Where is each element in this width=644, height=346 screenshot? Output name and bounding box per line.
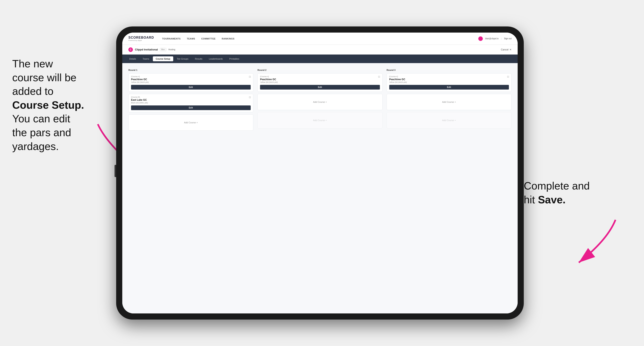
round-3-title: Round 3 [386, 69, 512, 71]
round-1-title: Round 1 [128, 69, 253, 71]
round1-course-b-details: Black (M) (6891 yds) [131, 102, 251, 104]
nav-avatar [478, 36, 483, 41]
round2-course-a-label: (Course A) [260, 75, 380, 78]
annotation-line3: added to [12, 85, 54, 97]
top-nav: SCOREBOARD Powered by clippd TOURNAMENTS… [122, 32, 518, 45]
nav-separator: | [501, 37, 502, 40]
tournament-badge: Men [160, 48, 166, 51]
round1-course-b-name: East Lake GC [131, 99, 251, 101]
annotation-line5: the pars and [12, 127, 71, 138]
round3-course-a-label: (Course A) [389, 75, 509, 78]
annotation-right-line2: hit [524, 194, 538, 205]
round1-course-a-card: ⊡ (Course A) Peachtree GC Yellow (M) (66… [128, 73, 253, 92]
round2-add-course-card-disabled: Add Course + [258, 112, 382, 128]
annotation-line2: course will be [12, 72, 76, 83]
round1-course-b-card: ⊡ (Course B) East Lake GC Black (M) (689… [128, 94, 253, 112]
cancel-label: Cancel [501, 48, 508, 51]
round3-add-course-card-disabled: Add Course + [386, 112, 512, 128]
round2-add-course-card[interactable]: Add Course + [258, 94, 382, 110]
round1-course-b-edit-button[interactable]: Edit [131, 105, 251, 110]
annotation-bold: Course Setup. [12, 99, 84, 111]
nav-right: blair@clippd.io | Sign out [478, 36, 512, 41]
round1-course-a-name: Peachtree GC [131, 78, 251, 81]
round-1-column: Round 1 ⊡ (Course A) Peachtree GC Yellow… [128, 69, 253, 133]
tabs-bar: Details Teams Course Setup Tee Groups Re… [122, 54, 518, 63]
nav-link-committee[interactable]: COMMITTEE [201, 37, 216, 41]
tab-results[interactable]: Results [192, 56, 205, 61]
tournament-name: Clippd Invitational [135, 48, 158, 51]
round3-add-course-text-disabled: Add Course + [442, 119, 456, 122]
nav-link-rankings[interactable]: RANKINGS [222, 37, 234, 41]
right-annotation: Complete and hit Save. [524, 179, 601, 207]
round2-course-a-delete-icon[interactable]: ⊡ [378, 75, 381, 78]
round1-course-a-delete-icon[interactable]: ⊡ [248, 75, 252, 78]
logo-main: SCOREBOARD [128, 36, 154, 39]
round2-course-a-name: Peachtree GC [260, 78, 380, 81]
tournament-header: C Clippd Invitational Men Hosting Cancel… [122, 45, 518, 54]
hosting-badge: Hosting [168, 48, 175, 51]
tab-course-setup[interactable]: Course Setup [153, 56, 173, 61]
right-arrow [562, 216, 628, 269]
round2-add-course-text-disabled: Add Course + [313, 119, 327, 122]
round1-course-a-edit-button[interactable]: Edit [131, 85, 251, 90]
annotation-right-bold: Save. [538, 194, 566, 205]
tablet-shell: SCOREBOARD Powered by clippd TOURNAMENTS… [116, 26, 524, 320]
round2-course-a-card: ⊡ (Course A) Peachtree GC Yellow (M) (66… [258, 73, 382, 92]
main-content: Round 1 ⊡ (Course A) Peachtree GC Yellow… [122, 63, 518, 314]
round1-course-a-label: (Course A) [131, 75, 251, 78]
tab-leaderboards[interactable]: Leaderboards [206, 56, 226, 61]
round1-course-b-label: (Course B) [131, 96, 251, 98]
round3-course-a-card: ⊡ (Course A) Peachtree GC Yellow (M) (66… [386, 73, 512, 92]
round3-course-a-delete-icon[interactable]: ⊡ [506, 75, 510, 78]
nav-link-teams[interactable]: TEAMS [187, 37, 195, 41]
close-icon: ✕ [510, 48, 512, 51]
round1-add-course-card[interactable]: Add Course + [128, 114, 253, 131]
round3-course-a-details: Yellow (M) (6629 yds) [389, 81, 509, 83]
round1-add-course-text: Add Course + [184, 121, 198, 124]
tab-details[interactable]: Details [126, 56, 139, 61]
tab-tee-groups[interactable]: Tee Groups [174, 56, 191, 61]
round-3-column: Round 3 ⊡ (Course A) Peachtree GC Yellow… [386, 69, 512, 133]
scoreboard-logo: SCOREBOARD Powered by clippd [128, 36, 154, 41]
round3-add-course-card[interactable]: Add Course + [386, 94, 512, 110]
round-2-column: Round 2 ⊡ (Course A) Peachtree GC Yellow… [258, 69, 382, 133]
annotation-line1: The new [12, 58, 53, 70]
tab-teams[interactable]: Teams [140, 56, 152, 61]
left-annotation: The new course will be added to Course S… [12, 57, 90, 153]
logo-sub: Powered by clippd [128, 39, 154, 41]
round2-add-course-text: Add Course + [313, 101, 327, 103]
round3-course-a-name: Peachtree GC [389, 78, 509, 81]
clippd-logo: C [128, 47, 133, 52]
cancel-button[interactable]: Cancel ✕ [501, 48, 512, 51]
sign-out-link[interactable]: Sign out [504, 37, 512, 40]
round2-course-a-details: Yellow (M) (6629 yds) [260, 81, 380, 83]
round1-course-b-delete-icon[interactable]: ⊡ [248, 96, 252, 99]
round3-course-a-edit-button[interactable]: Edit [389, 85, 509, 90]
nav-email: blair@clippd.io [485, 37, 499, 40]
nav-link-tournaments[interactable]: TOURNAMENTS [162, 37, 181, 41]
nav-links: TOURNAMENTS TEAMS COMMITTEE RANKINGS [162, 37, 478, 41]
round1-course-a-details: Yellow (M) (6629 yds) [131, 81, 251, 83]
annotation-right-line1: Complete and [524, 180, 590, 192]
round-2-title: Round 2 [258, 69, 382, 71]
tab-printables[interactable]: Printables [226, 56, 242, 61]
round3-add-course-text: Add Course + [442, 101, 456, 103]
tablet-screen: SCOREBOARD Powered by clippd TOURNAMENTS… [122, 32, 518, 314]
tablet-side-button [114, 165, 116, 177]
annotation-line6: yardages. [12, 141, 59, 152]
rounds-grid: Round 1 ⊡ (Course A) Peachtree GC Yellow… [128, 69, 512, 133]
tournament-left: C Clippd Invitational Men Hosting [128, 47, 175, 52]
round2-course-a-edit-button[interactable]: Edit [260, 85, 380, 90]
annotation-line4: You can edit [12, 113, 70, 125]
